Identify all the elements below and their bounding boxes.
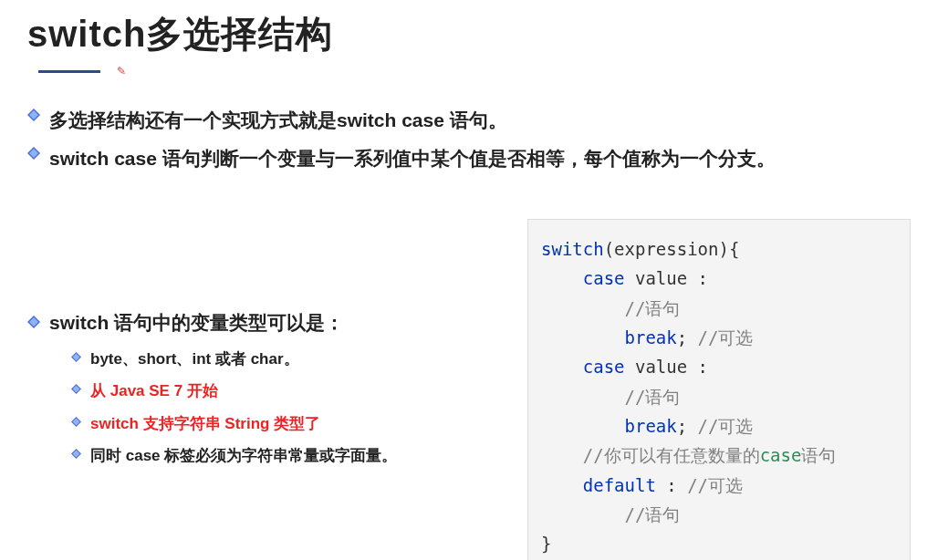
code-text: (expression){ xyxy=(604,239,740,259)
code-text: : xyxy=(656,475,687,495)
code-text: } xyxy=(541,534,551,554)
sub-item-text: 同时 case 标签必须为字符串常量或字面量。 xyxy=(90,443,397,468)
code-text: ; xyxy=(677,416,698,436)
sub-item-text: byte、short、int 或者 char。 xyxy=(90,347,299,371)
code-kw: switch xyxy=(541,239,604,259)
sub-heading-text: switch 语句中的变量类型可以是： xyxy=(49,310,344,336)
title-underline-wrap: ✎ xyxy=(27,65,911,78)
code-kw: break xyxy=(625,327,677,347)
left-column: switch 语句中的变量类型可以是： byte、short、int 或者 ch… xyxy=(27,219,527,475)
sub-item-text: switch 支持字符串 String 类型了 xyxy=(90,411,320,436)
bullet-text: switch case 语句判断一个变量与一系列值中某个值是否相等，每个值称为一… xyxy=(49,143,776,174)
diamond-icon xyxy=(71,449,81,459)
code-comment: //语句 xyxy=(625,504,681,524)
svg-marker-11 xyxy=(73,418,80,425)
diamond-icon xyxy=(27,147,40,160)
code-comment: 语句 xyxy=(801,445,836,465)
sub-item: byte、short、int 或者 char。 xyxy=(71,347,527,371)
svg-marker-9 xyxy=(73,386,80,393)
code-kw: case xyxy=(760,445,802,465)
code-comment: //可选 xyxy=(687,475,743,495)
sub-item: 同时 case 标签必须为字符串常量或字面量。 xyxy=(71,443,527,468)
code-kw: break xyxy=(625,416,677,436)
code-text: ; xyxy=(677,327,698,347)
bullet-text: 多选择结构还有一个实现方式就是switch case 语句。 xyxy=(49,105,507,136)
code-comment: //可选 xyxy=(698,327,754,347)
main-bullet-list: 多选择结构还有一个实现方式就是switch case 语句。 switch ca… xyxy=(27,105,911,173)
sub-item: 从 Java SE 7 开始 xyxy=(71,379,527,403)
bullet-item: 多选择结构还有一个实现方式就是switch case 语句。 xyxy=(27,105,911,136)
svg-marker-13 xyxy=(73,450,80,457)
bullet-item: switch case 语句判断一个变量与一系列值中某个值是否相等，每个值称为一… xyxy=(27,143,911,174)
svg-marker-7 xyxy=(73,354,80,361)
code-kw: case xyxy=(583,268,625,288)
diamond-icon xyxy=(71,384,81,394)
title-underline xyxy=(38,70,100,73)
diamond-icon xyxy=(71,417,81,427)
code-text: value : xyxy=(625,268,709,288)
page-title: switch多选择结构 xyxy=(27,9,911,59)
sub-heading: switch 语句中的变量类型可以是： xyxy=(27,310,527,336)
code-block: switch(expression){ case value : //语句 br… xyxy=(527,219,911,560)
sub-item-text: 从 Java SE 7 开始 xyxy=(90,379,218,403)
code-comment: //你可以有任意数量的 xyxy=(583,445,760,465)
code-kw: case xyxy=(583,357,625,377)
code-text: value : xyxy=(625,357,709,377)
pencil-icon: ✎ xyxy=(117,65,126,78)
code-comment: //可选 xyxy=(698,416,754,436)
content-row: switch 语句中的变量类型可以是： byte、short、int 或者 ch… xyxy=(27,219,911,560)
code-kw: default xyxy=(583,475,656,495)
code-comment: //语句 xyxy=(625,298,681,318)
diamond-icon xyxy=(27,109,40,121)
sub-list: byte、short、int 或者 char。 从 Java SE 7 开始 s… xyxy=(27,347,527,468)
diamond-icon xyxy=(71,352,81,362)
diamond-icon xyxy=(27,316,40,328)
sub-item: switch 支持字符串 String 类型了 xyxy=(71,411,527,436)
code-comment: //语句 xyxy=(625,387,681,407)
